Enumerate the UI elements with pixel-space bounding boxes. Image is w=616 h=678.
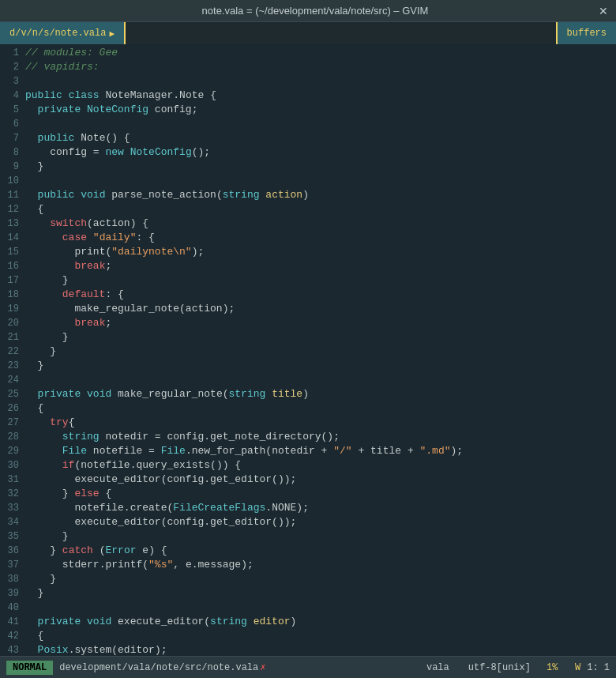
code-line-10: 10 [0,174,616,188]
code-line-4: 4 public class NoteManager.Note { [0,89,616,103]
line-content [25,117,32,131]
line-content: print("dailynote\n"); [25,245,204,259]
code-line-3: 3 [0,74,616,89]
line-content: switch(action) { [25,217,148,231]
file-path: development/vala/note/src/note.vala✗ [59,661,417,673]
line-number: 39 [3,586,25,601]
line-number: 12 [3,202,25,217]
line-number: 15 [3,245,25,259]
code-line-16: 16 break; [0,259,616,273]
window-title: note.vala = (~/development/vala/note/src… [32,5,599,17]
line-content: public class NoteManager.Note { [25,89,216,103]
code-line-27: 27 try{ [0,416,616,430]
line-number: 43 [3,643,25,656]
line-number: 32 [3,487,25,501]
tab-arrow: ▶ [109,28,115,39]
line-number: 41 [3,615,25,629]
filepath-text: development/vala/note/src/note.vala [59,662,258,673]
code-line-39: 39 } [0,586,616,601]
line-content [25,74,32,89]
line-number: 22 [3,345,25,359]
line-content: File notefile = File.new_for_path(notedi… [25,444,463,458]
code-line-30: 30 if(notefile.query_exists()) { [0,458,616,473]
code-line-33: 33 notefile.create(FileCreateFlags.NONE)… [0,501,616,515]
close-button[interactable]: ✕ [599,5,608,17]
code-line-25: 25 private void make_regular_note(string… [0,387,616,401]
code-line-43: 43 Posix.system(editor); [0,643,616,656]
line-content: break; [25,316,111,330]
code-line-24: 24 [0,373,616,387]
line-number: 8 [3,145,25,160]
line-content: // vapidirs: [25,60,100,74]
line-number: 21 [3,330,25,345]
line-number: 16 [3,259,25,273]
code-line-13: 13 switch(action) { [0,217,616,231]
code-line-12: 12 { [0,202,616,217]
code-line-32: 32 } else { [0,487,616,501]
status-bar: NORMAL development/vala/note/src/note.va… [0,656,616,678]
buffers-button[interactable]: buffers [556,22,616,44]
line-content: } [25,330,69,345]
code-line-41: 41 private void execute_editor(string ed… [0,615,616,629]
file-tab[interactable]: d/v/n/s/note.vala ▶ [0,22,126,44]
code-line-34: 34 execute_editor(config.get_editor()); [0,515,616,529]
line-content: execute_editor(config.get_editor()); [25,515,296,529]
line-content: } else { [25,487,111,501]
line-content: } catch (Error e) { [25,544,167,558]
code-line-9: 9 } [0,160,616,174]
title-bar: note.vala = (~/development/vala/note/src… [0,0,616,22]
line-content [25,601,32,615]
line-number: 26 [3,401,25,416]
line-number: 13 [3,217,25,231]
line-number: 11 [3,188,25,202]
line-content: } [25,572,56,586]
line-number: 5 [3,103,25,117]
scroll-percent: 1% W [547,662,580,673]
line-number: 25 [3,387,25,401]
line-content: { [25,401,43,416]
line-number: 20 [3,316,25,330]
line-content: execute_editor(config.get_editor()); [25,473,296,487]
modified-indicator: ✗ [260,662,265,673]
line-number: 37 [3,558,25,572]
line-number: 10 [3,174,25,188]
code-line-28: 28 string notedir = config.get_note_dire… [0,430,616,444]
line-number: 42 [3,629,25,643]
line-content: private void make_regular_note(string ti… [25,387,309,401]
line-content: // modules: Gee [25,46,118,60]
line-number: 9 [3,160,25,174]
code-line-23: 23 } [0,359,616,373]
line-content [25,174,32,188]
code-line-38: 38 } [0,572,616,586]
line-number: 29 [3,444,25,458]
code-line-8: 8 config = new NoteConfig(); [0,145,616,160]
code-line-36: 36 } catch (Error e) { [0,544,616,558]
line-number: 36 [3,544,25,558]
line-content: } [25,586,43,601]
line-content: } [25,345,56,359]
file-type: vala [426,662,449,673]
code-line-40: 40 [0,601,616,615]
line-content: notefile.create(FileCreateFlags.NONE); [25,501,309,515]
tab-label: d/v/n/s/note.vala [9,28,106,39]
code-line-37: 37 stderr.printf("%s", e.message); [0,558,616,572]
code-line-7: 7 public Note() { [0,131,616,145]
line-number: 2 [3,60,25,74]
code-line-14: 14 case "daily": { [0,231,616,245]
line-number: 17 [3,273,25,288]
vim-mode: NORMAL [6,661,53,675]
line-content [25,373,32,387]
code-line-2: 2 // vapidirs: [0,60,616,74]
line-number: 4 [3,89,25,103]
tab-bar: d/v/n/s/note.vala ▶ buffers [0,22,616,44]
line-content: } [25,160,43,174]
line-content: public void parse_note_action(string act… [25,188,309,202]
line-number: 23 [3,359,25,373]
line-number: 6 [3,117,25,131]
cursor-position: 1: 1 [587,662,610,673]
code-line-35: 35 } [0,529,616,544]
line-number: 33 [3,501,25,515]
line-content: config = new NoteConfig(); [25,145,210,160]
line-number: 30 [3,458,25,473]
line-content: private void execute_editor(string edito… [25,615,296,629]
